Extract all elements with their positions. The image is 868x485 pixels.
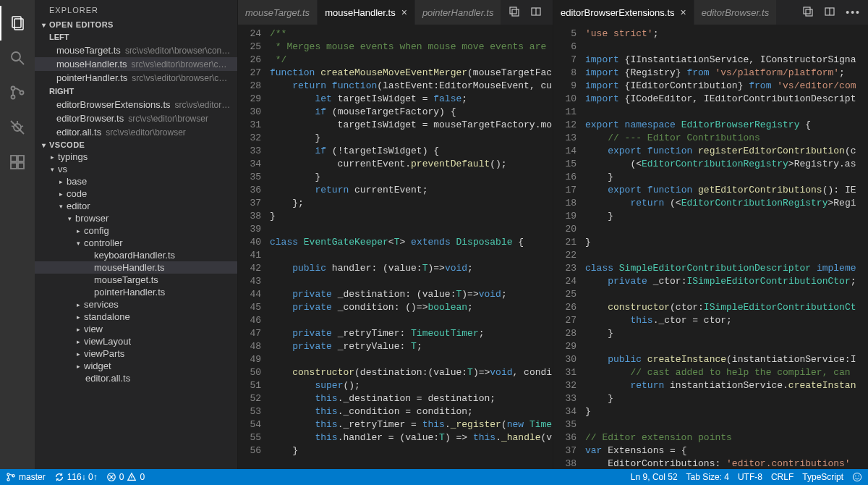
git-branch-label: master bbox=[19, 472, 46, 482]
tree-folder[interactable]: ▸viewLayout bbox=[35, 335, 237, 347]
tab-bar-left: mouseTarget.tsmouseHandler.ts×pointerHan… bbox=[238, 0, 553, 25]
more-icon[interactable]: ••• bbox=[846, 7, 861, 18]
extensions-icon[interactable] bbox=[0, 145, 35, 180]
open-editor-item[interactable]: mouseTarget.tssrc\vs\editor\browser\cont… bbox=[35, 43, 237, 57]
tree-folder[interactable]: ▸config bbox=[35, 224, 237, 237]
svg-point-25 bbox=[7, 478, 9, 481]
cursor-position-status[interactable]: Ln 9, Col 52 bbox=[631, 472, 678, 482]
editor-area: mouseTarget.tsmouseHandler.ts×pointerHan… bbox=[237, 0, 868, 469]
svg-rect-16 bbox=[510, 7, 516, 14]
svg-rect-13 bbox=[11, 163, 17, 169]
code-editor-right[interactable]: 5678910111213141516171819202122232425262… bbox=[553, 25, 868, 469]
main-area: EXPLORER ▾ OPEN EDITORS LEFT mouseTarget… bbox=[0, 0, 868, 469]
editor-tab[interactable]: mouseTarget.ts bbox=[238, 0, 318, 25]
line-gutter: 2425262728293031323334353637383940414243… bbox=[238, 25, 270, 469]
tree-folder[interactable]: ▸typings bbox=[35, 151, 237, 163]
tree-folder[interactable]: ▸code bbox=[35, 187, 237, 200]
open-editor-item[interactable]: pointerHandler.tssrc\vs\editor\browser\c… bbox=[35, 71, 237, 85]
svg-rect-17 bbox=[512, 9, 519, 16]
svg-point-32 bbox=[856, 476, 856, 476]
close-icon[interactable]: × bbox=[681, 7, 686, 18]
svg-line-11 bbox=[21, 126, 23, 127]
code-editor-left[interactable]: 2425262728293031323334353637383940414243… bbox=[238, 25, 553, 469]
source-control-icon[interactable] bbox=[0, 75, 35, 110]
tree-folder[interactable]: ▾vs bbox=[35, 163, 237, 175]
editor-tab[interactable]: mouseHandler.ts× bbox=[318, 0, 415, 25]
editor-group-right: editorBrowserExtensions.ts×editorBrowser… bbox=[553, 0, 868, 469]
open-editor-item[interactable]: editor.all.tssrc\vs\editor\browser bbox=[35, 125, 237, 139]
svg-line-10 bbox=[12, 126, 14, 127]
language-status[interactable]: TypeScript bbox=[802, 472, 843, 482]
chevron-icon: ▸ bbox=[56, 178, 65, 185]
tree-folder[interactable]: ▸view bbox=[35, 323, 237, 335]
chevron-icon: ▾ bbox=[74, 240, 82, 247]
show-opened-editors-icon[interactable] bbox=[509, 6, 520, 20]
chevron-icon: ▸ bbox=[74, 326, 82, 333]
open-editor-item[interactable]: editorBrowserExtensions.tssrc\vs\editor\… bbox=[35, 98, 237, 111]
chevron-icon: ▸ bbox=[74, 363, 82, 370]
sidebar: EXPLORER ▾ OPEN EDITORS LEFT mouseTarget… bbox=[35, 0, 237, 469]
chevron-icon: ▾ bbox=[48, 166, 56, 173]
editor-tab[interactable]: editorBrowserExtensions.ts× bbox=[553, 0, 694, 25]
encoding-status[interactable]: UTF-8 bbox=[738, 472, 762, 482]
tree-folder[interactable]: ▸standalone bbox=[35, 311, 237, 323]
code-content[interactable]: /** * Merges mouse events when mouse mov… bbox=[270, 25, 553, 469]
indentation-status[interactable]: Tab Size: 4 bbox=[686, 472, 729, 482]
chevron-icon: ▸ bbox=[56, 190, 65, 198]
tab-actions: ••• bbox=[795, 0, 868, 25]
editor-tab[interactable]: pointerHandler.ts bbox=[415, 0, 502, 25]
chevron-down-icon: ▾ bbox=[39, 141, 49, 149]
tree-file[interactable]: pointerHandler.ts bbox=[35, 286, 237, 298]
chevron-icon: ▾ bbox=[56, 203, 65, 210]
svg-point-33 bbox=[859, 476, 859, 476]
warnings-count: 0 bbox=[140, 472, 145, 482]
chevron-icon: ▸ bbox=[74, 313, 82, 321]
chevron-icon: ▾ bbox=[65, 215, 74, 222]
svg-point-31 bbox=[853, 473, 861, 481]
svg-rect-20 bbox=[804, 7, 810, 14]
tree-folder[interactable]: ▸base bbox=[35, 175, 237, 187]
chevron-icon: ▸ bbox=[48, 153, 56, 161]
tree-file[interactable]: mouseHandler.ts bbox=[35, 261, 237, 274]
code-content[interactable]: 'use strict';import {IInstantiationServi… bbox=[585, 25, 868, 469]
problems-status[interactable]: 0 0 bbox=[106, 472, 145, 482]
svg-rect-15 bbox=[18, 156, 24, 161]
editor-tab[interactable]: editorBrowser.ts bbox=[694, 0, 777, 25]
svg-point-6 bbox=[20, 91, 24, 95]
chevron-icon: ▸ bbox=[74, 350, 82, 358]
debug-icon[interactable] bbox=[0, 110, 35, 145]
open-editors-label: OPEN EDITORS bbox=[49, 20, 114, 29]
git-sync-status[interactable]: 116↓ 0↑ bbox=[54, 472, 98, 482]
svg-rect-14 bbox=[18, 163, 24, 169]
folder-header[interactable]: ▾ VSCODE bbox=[35, 139, 237, 151]
tree-folder[interactable]: ▸services bbox=[35, 298, 237, 311]
tree-file[interactable]: keyboardHandler.ts bbox=[35, 249, 237, 261]
chevron-icon: ▸ bbox=[74, 227, 82, 235]
chevron-icon: ▸ bbox=[74, 301, 82, 308]
svg-line-3 bbox=[20, 60, 24, 64]
open-editors-right-label: RIGHT bbox=[35, 85, 237, 98]
tree-folder[interactable]: ▾controller bbox=[35, 237, 237, 249]
activity-bar bbox=[0, 0, 35, 469]
tree-folder[interactable]: ▾browser bbox=[35, 212, 237, 224]
close-icon[interactable]: × bbox=[401, 7, 407, 18]
tree-folder[interactable]: ▾editor bbox=[35, 200, 237, 212]
tree-folder[interactable]: ▸widget bbox=[35, 360, 237, 372]
split-editor-icon[interactable] bbox=[824, 6, 835, 20]
split-editor-icon[interactable] bbox=[530, 6, 542, 20]
open-editor-item[interactable]: mouseHandler.tssrc\vs\editor\browser\con… bbox=[35, 57, 237, 71]
show-opened-editors-icon[interactable] bbox=[802, 6, 814, 20]
eol-status[interactable]: CRLF bbox=[771, 472, 793, 482]
tree-file[interactable]: editor.all.ts bbox=[35, 372, 237, 384]
open-editor-item[interactable]: editorBrowser.tssrc\vs\editor\browser bbox=[35, 111, 237, 125]
search-icon[interactable] bbox=[0, 41, 35, 75]
explorer-icon[interactable] bbox=[0, 6, 35, 41]
tree-file[interactable]: mouseTarget.ts bbox=[35, 274, 237, 286]
git-branch-status[interactable]: master bbox=[6, 472, 46, 482]
feedback-icon[interactable] bbox=[852, 472, 862, 482]
svg-point-2 bbox=[12, 52, 20, 61]
status-bar: master 116↓ 0↑ 0 0 Ln 9, Col 52 Tab Size… bbox=[0, 469, 868, 485]
open-editors-header[interactable]: ▾ OPEN EDITORS bbox=[35, 19, 237, 30]
tree-folder[interactable]: ▸viewParts bbox=[35, 347, 237, 360]
chevron-down-icon: ▾ bbox=[39, 21, 49, 29]
